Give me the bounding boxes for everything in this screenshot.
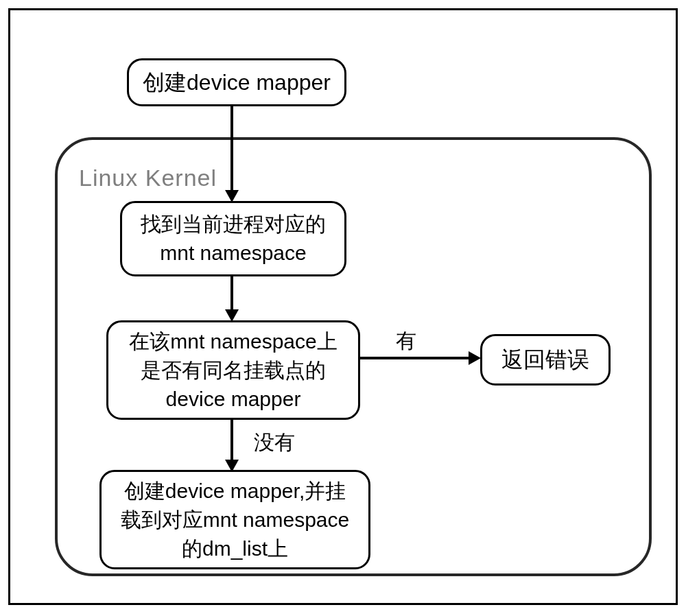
node-create-and-mount: 创建device mapper,并挂载到对应mnt namespace的dm_l… (99, 470, 370, 569)
edge-label-no: 没有 (254, 429, 295, 457)
arrow-start-to-findns-line (230, 106, 233, 190)
node-return-error: 返回错误 (480, 334, 611, 386)
node-check-same-name: 在该mnt namespace上是否有同名挂载点的device mapper (106, 320, 360, 420)
arrow-check-to-create-line (230, 420, 233, 460)
arrow-check-to-error-line (360, 357, 469, 359)
node-label: 创建device mapper,并挂载到对应mnt namespace的dm_l… (114, 477, 356, 563)
edge-label-yes: 有 (396, 327, 416, 355)
node-label: 在该mnt namespace上是否有同名挂载点的device mapper (121, 327, 346, 414)
diagram-outer-frame: 创建device mapper Linux Kernel 找到当前进程对应的mn… (8, 8, 678, 605)
node-label: 返回错误 (501, 344, 589, 375)
node-find-mnt-namespace: 找到当前进程对应的mnt namespace (120, 201, 346, 276)
node-create-device-mapper: 创建device mapper (127, 58, 346, 106)
arrow-findns-to-check-line (230, 276, 233, 309)
node-label: 创建device mapper (143, 67, 331, 98)
group-linux-kernel-label: Linux Kernel (79, 165, 217, 191)
node-label: 找到当前进程对应的mnt namespace (134, 210, 332, 268)
arrow-check-to-error-head (469, 351, 481, 365)
